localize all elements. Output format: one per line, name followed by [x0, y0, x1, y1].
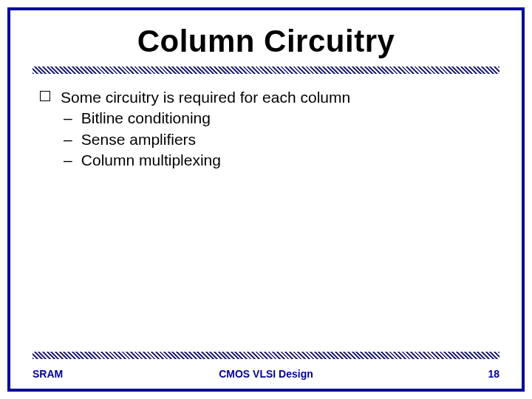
sub-text: Sense amplifiers — [81, 131, 196, 148]
footer-right: 18 — [488, 368, 499, 380]
footer-center: CMOS VLSI Design — [33, 368, 499, 380]
footer-left: SRAM — [33, 368, 63, 380]
slide-content: Some circuitry is required for each colu… — [40, 87, 492, 171]
sub-text: Bitline conditioning — [81, 109, 211, 126]
sub-bullet: – Sense amplifiers — [64, 129, 492, 150]
slide-title: Column Circuitry — [10, 24, 522, 59]
sub-bullet: – Bitline conditioning — [64, 108, 492, 129]
dash-icon: – — [64, 108, 77, 129]
bullet-text: Some circuitry is required for each colu… — [61, 87, 350, 108]
sub-bullet: – Column multiplexing — [64, 150, 492, 171]
divider-bottom — [33, 352, 499, 359]
sub-text: Column multiplexing — [81, 151, 221, 168]
slide-frame: Column Circuitry Some circuitry is requi… — [7, 7, 525, 392]
slide-footer: SRAM CMOS VLSI Design 18 — [33, 368, 499, 380]
checkbox-icon — [40, 91, 50, 101]
dash-icon: – — [64, 150, 77, 171]
divider-top — [33, 66, 499, 74]
dash-icon: – — [64, 129, 77, 150]
bullet-main: Some circuitry is required for each colu… — [40, 87, 492, 108]
